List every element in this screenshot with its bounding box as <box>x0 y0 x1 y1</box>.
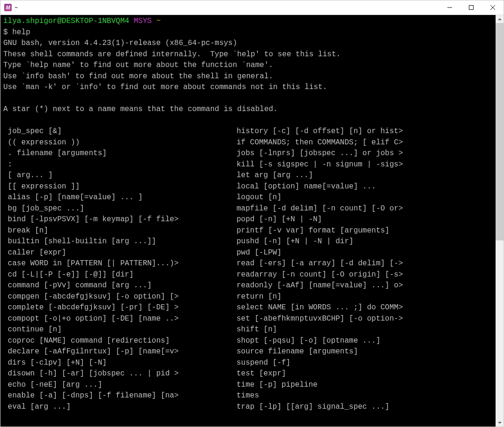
maximize-button[interactable] <box>460 0 482 15</box>
terminal-output[interactable]: ilya.shpigor@DESKTOP-1NBVQM4 MSYS ~ $ he… <box>0 15 496 427</box>
prompt-env: MSYS <box>133 17 151 25</box>
maximize-icon <box>469 5 474 10</box>
command-input: help <box>12 28 30 37</box>
terminal-window: M ~ ilya.shpigor@DESKTOP-1NBVQM4 MSYS ~ … <box>0 0 504 427</box>
svg-rect-1 <box>469 6 474 10</box>
scroll-down-button[interactable] <box>496 419 504 427</box>
scrollbar[interactable] <box>496 15 504 427</box>
chevron-up-icon <box>498 18 502 20</box>
window-controls <box>439 0 504 15</box>
titlebar[interactable]: M ~ <box>0 0 504 15</box>
help-header: GNU bash, version 4.4.23(1)-release (x86… <box>3 39 341 113</box>
scroll-thumb[interactable] <box>496 23 504 240</box>
close-button[interactable] <box>482 0 504 15</box>
close-icon <box>490 5 495 10</box>
scroll-up-button[interactable] <box>496 15 504 23</box>
help-column-left: job_spec [&] (( expression )) . filename… <box>3 126 237 412</box>
minimize-button[interactable] <box>439 0 460 15</box>
content-area: ilya.shpigor@DESKTOP-1NBVQM4 MSYS ~ $ he… <box>0 15 504 427</box>
prompt-user-host: ilya.shpigor@DESKTOP-1NBVQM4 <box>3 17 129 25</box>
app-icon: M <box>4 4 12 11</box>
scroll-track[interactable] <box>496 23 504 419</box>
minimize-icon <box>447 5 452 10</box>
prompt-symbol: $ <box>3 28 8 37</box>
help-column-right: history [-c] [-d offset] [n] or hist> if… <box>237 126 403 412</box>
app-icon-text: M <box>6 5 10 10</box>
help-columns: job_spec [&] (( expression )) . filename… <box>3 126 493 412</box>
chevron-down-icon <box>498 422 502 424</box>
prompt-path: ~ <box>156 17 161 25</box>
window-title: ~ <box>15 4 439 11</box>
